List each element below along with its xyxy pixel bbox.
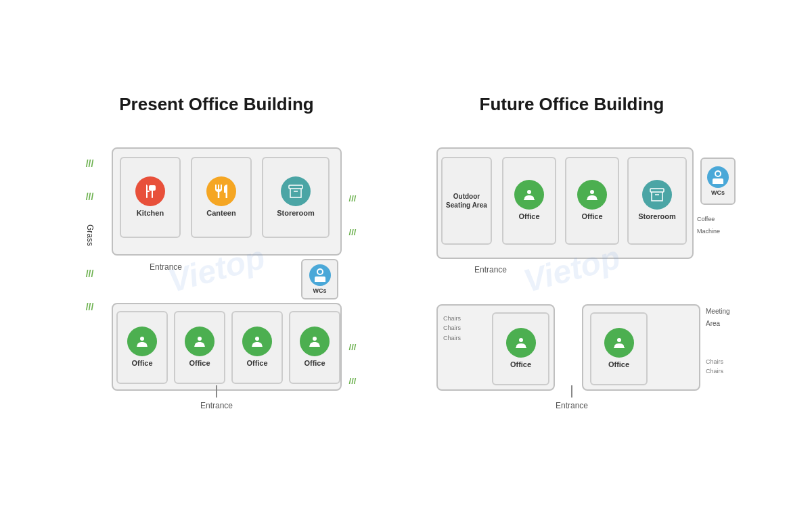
grass-mark-1: /// xyxy=(86,159,94,168)
coffee-machine-area: Coffee Machine xyxy=(697,212,736,236)
office-f1-room: Office xyxy=(502,157,556,245)
office-f1-label: Office xyxy=(518,212,539,221)
svg-rect-13 xyxy=(650,189,664,192)
kitchen-room: Kitchen xyxy=(120,157,181,238)
grass-mark-2: /// xyxy=(86,192,94,201)
svg-rect-8 xyxy=(309,345,320,347)
chairs-right-2: Chairs xyxy=(706,366,723,376)
wcs-label-future: WCs xyxy=(711,189,725,196)
office-f4-icon xyxy=(604,328,634,358)
wcs-label-present: WCs xyxy=(313,287,327,294)
svg-rect-0 xyxy=(289,185,302,189)
entrance-bottom-label-future: Entrance xyxy=(556,401,588,410)
meeting-area-label: Meeting Area xyxy=(706,308,730,327)
canteen-icon-circle xyxy=(206,176,236,206)
kitchen-icon-circle xyxy=(135,176,165,206)
grass-mark-r4: /// xyxy=(349,376,357,386)
entrance-future-top-label: Entrance xyxy=(474,265,507,274)
chairs-right-1: Chairs xyxy=(706,357,723,366)
svg-point-7 xyxy=(313,337,317,341)
svg-point-14 xyxy=(519,338,523,342)
storeroom-room: Storeroom xyxy=(262,157,330,238)
svg-rect-2 xyxy=(137,345,148,347)
outdoor-label: Outdoor Seating Area xyxy=(443,192,491,210)
office4-icon xyxy=(300,327,330,356)
office-f3-room: Office xyxy=(492,312,549,385)
svg-rect-6 xyxy=(252,345,263,347)
office3-room: Office xyxy=(231,311,283,384)
future-top-building: Outdoor Seating Area Office Office xyxy=(436,147,694,259)
coffee-machine-label: Coffee Machine xyxy=(697,216,720,235)
svg-rect-10 xyxy=(524,199,535,200)
chairs-right-area: Chairs Chairs xyxy=(706,357,723,377)
office1-icon xyxy=(127,327,157,356)
canteen-room: Canteen xyxy=(191,157,252,238)
grass-right-top: /// /// xyxy=(343,181,362,249)
wcs-room-future: WCs xyxy=(700,158,736,205)
chairs-left-1: Chairs xyxy=(443,314,461,323)
svg-point-1 xyxy=(140,337,144,341)
storeroom-f-label: Storeroom xyxy=(638,212,676,221)
bottom-building: Office Office Office xyxy=(112,303,342,391)
present-title: Present Office Building xyxy=(119,94,314,115)
svg-point-5 xyxy=(255,337,259,341)
grass-right-bottom: /// /// xyxy=(343,330,362,398)
kitchen-label: Kitchen xyxy=(137,209,164,218)
main-container: Present Office Building Vietop Kitchen xyxy=(58,80,754,425)
chairs-left-area: Chairs Chairs Chairs xyxy=(443,314,461,343)
office2-room: Office xyxy=(174,311,225,384)
office2-label: Office xyxy=(189,359,210,368)
chairs-left-3: Chairs xyxy=(443,333,461,343)
office3-label: Office xyxy=(246,359,267,368)
svg-rect-12 xyxy=(587,199,597,200)
svg-point-3 xyxy=(198,337,202,341)
grass-mark-4: /// xyxy=(86,302,94,312)
meeting-area-text: Meeting Area xyxy=(706,304,743,329)
future-floor-plan: Vietop Outdoor Seating Area Office xyxy=(403,127,741,411)
office-f4-room: Office xyxy=(590,312,648,385)
present-section: Present Office Building Vietop Kitchen xyxy=(71,94,362,411)
office4-room: Office xyxy=(289,311,340,384)
future-bottom-left: Chairs Chairs Chairs Office xyxy=(436,304,555,391)
future-bottom-right: Office xyxy=(582,304,700,391)
storeroom-icon-circle xyxy=(281,176,311,206)
grass-mark-r3: /// xyxy=(349,342,357,352)
office3-icon xyxy=(242,327,272,356)
office-f3-icon xyxy=(506,328,536,358)
entrance-line-present xyxy=(216,385,217,398)
grass-mark-r1: /// xyxy=(349,193,357,203)
svg-point-16 xyxy=(617,338,621,342)
entrance-future-top-area: Entrance xyxy=(436,260,545,279)
present-floor-plan: Vietop Kitchen Canteen xyxy=(71,127,362,411)
office1-room: Office xyxy=(116,311,168,384)
grass-mark-r2: /// xyxy=(349,227,357,237)
office-f1-icon xyxy=(514,180,544,210)
office-f2-label: Office xyxy=(581,212,602,221)
entrance-top-label: Entrance xyxy=(150,262,182,272)
entrance-line-future xyxy=(571,385,572,398)
entrance-bottom-label-present: Entrance xyxy=(200,401,233,410)
office2-icon xyxy=(185,327,215,356)
svg-point-11 xyxy=(590,190,594,194)
office-f3-label: Office xyxy=(510,360,531,369)
grass-mark-3: /// xyxy=(86,269,94,279)
entrance-bottom-present: Entrance xyxy=(200,385,233,411)
entrance-top-area: Entrance xyxy=(112,257,220,277)
office-f4-label: Office xyxy=(608,360,629,369)
svg-rect-17 xyxy=(614,347,625,348)
svg-rect-4 xyxy=(194,345,205,347)
canteen-label: Canteen xyxy=(206,209,235,218)
wcs-icon-future xyxy=(707,166,729,188)
top-building: Kitchen Canteen Storeroom xyxy=(112,147,342,256)
future-title: Future Office Building xyxy=(480,94,664,115)
future-section: Future Office Building Vietop Outdoor Se… xyxy=(403,94,741,411)
outdoor-room: Outdoor Seating Area xyxy=(441,157,492,245)
grass-label-left: Grass xyxy=(85,224,95,246)
storeroom-f-room: Storeroom xyxy=(627,157,687,245)
office4-label: Office xyxy=(304,359,325,368)
storeroom-label: Storeroom xyxy=(277,209,315,218)
svg-rect-15 xyxy=(516,347,526,348)
office1-label: Office xyxy=(131,359,152,368)
chairs-left-2: Chairs xyxy=(443,323,461,333)
svg-point-9 xyxy=(527,190,531,194)
